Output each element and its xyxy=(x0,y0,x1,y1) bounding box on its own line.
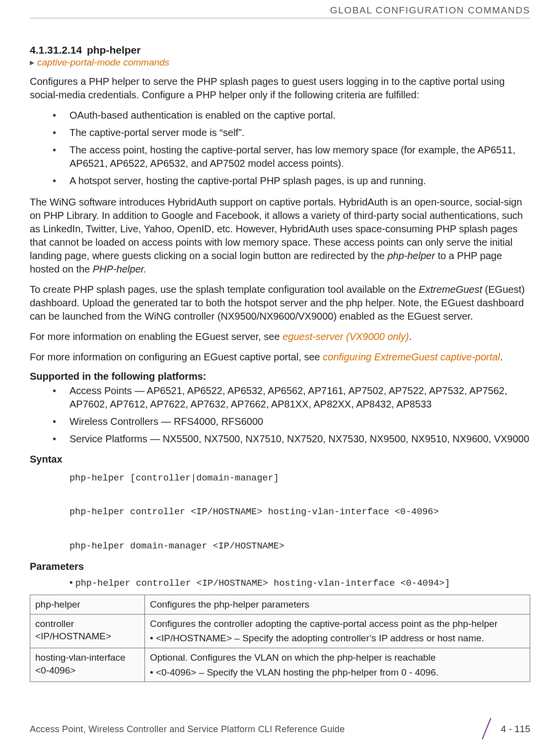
cross-reference-link[interactable]: eguest-server (VX9000 only) xyxy=(282,331,409,342)
table-row: hosting-vlan-interface <0-4096> Optional… xyxy=(30,648,530,682)
param-desc: Optional. Configures the VLAN on which t… xyxy=(145,648,530,682)
page-number: 4 - 115 xyxy=(501,724,530,735)
param-name: php-helper xyxy=(30,595,145,615)
param-sub: <0-4096> – Specify the VLAN hosting the … xyxy=(150,666,525,679)
breadcrumb-text: captive-portal-mode commands xyxy=(37,57,169,68)
list-item: A hotspot server, hosting the captive-po… xyxy=(53,174,530,188)
parameters-table: php-helper Configures the php-helper par… xyxy=(30,595,530,682)
body-text: For more information on enabling the EGu… xyxy=(30,331,282,342)
parameters-heading: Parameters xyxy=(30,561,530,572)
supported-heading: Supported in the following platforms: xyxy=(30,371,530,382)
wing-paragraph: The WiNG software introduces HybridAuth … xyxy=(30,196,530,276)
italic-text: ExtremeGuest xyxy=(419,284,482,295)
table-row: php-helper Configures the php-helper par… xyxy=(30,595,530,615)
breadcrumb: ▶captive-portal-mode commands xyxy=(30,57,530,68)
syntax-heading: Syntax xyxy=(30,454,530,465)
supported-list: Access Points — AP6521, AP6522, AP6532, … xyxy=(30,384,530,446)
param-name: controller <IP/HOSTNAME> xyxy=(30,614,145,648)
list-item: The access point, hosting the captive-po… xyxy=(53,143,530,170)
slash-icon xyxy=(481,719,492,739)
list-item: OAuth-based authentication is enabled on… xyxy=(53,109,530,122)
list-item: Access Points — AP6521, AP6522, AP6532, … xyxy=(53,384,530,411)
table-row: controller <IP/HOSTNAME> Configures the … xyxy=(30,614,530,648)
syntax-code: php-helper [controller|domain-manager] p… xyxy=(30,467,530,558)
section-heading: 4.1.31.2.14 php-helper xyxy=(30,44,530,56)
page-footer: Access Point, Wireless Controller and Se… xyxy=(30,719,530,739)
section-title: php-helper xyxy=(87,44,141,56)
body-text: . xyxy=(409,331,412,342)
more-info-paragraph: For more information on configuring an E… xyxy=(30,350,530,364)
param-name: hosting-vlan-interface <0-4096> xyxy=(30,648,145,682)
intro-paragraph: Configures a PHP helper to serve the PHP… xyxy=(30,75,530,102)
list-item: Service Platforms — NX5500, NX7500, NX75… xyxy=(53,432,530,446)
breadcrumb-arrow-icon: ▶ xyxy=(30,59,34,66)
body-text: . xyxy=(500,351,503,362)
splash-paragraph: To create PHP splash pages, use the spla… xyxy=(30,283,530,323)
list-item: The captive-portal server mode is “self”… xyxy=(53,126,530,139)
body-text: For more information on configuring an E… xyxy=(30,351,323,362)
cross-reference-link[interactable]: configuring ExtremeGuest captive-portal xyxy=(323,351,500,362)
running-header: GLOBAL CONFIGURATION COMMANDS xyxy=(30,0,530,18)
italic-text: php-helper xyxy=(387,250,435,261)
section-number: 4.1.31.2.14 xyxy=(30,44,82,56)
param-sub: <IP/HOSTNAME> – Specify the adopting con… xyxy=(150,632,525,645)
italic-text: PHP-helper. xyxy=(93,264,146,274)
footer-title: Access Point, Wireless Controller and Se… xyxy=(30,724,345,735)
param-desc: Configures the controller adopting the c… xyxy=(145,614,530,648)
param-desc: Configures the php-helper parameters xyxy=(145,595,530,615)
page-number-group: 4 - 115 xyxy=(481,719,530,739)
body-text: To create PHP splash pages, use the spla… xyxy=(30,284,419,295)
list-item: Wireless Controllers — RFS4000, RFS6000 xyxy=(53,415,530,428)
parameter-usage-line: php-helper controller <IP/HOSTNAME> host… xyxy=(30,574,530,592)
more-info-paragraph: For more information on enabling the EGu… xyxy=(30,330,530,343)
criteria-list: OAuth-based authentication is enabled on… xyxy=(30,109,530,188)
